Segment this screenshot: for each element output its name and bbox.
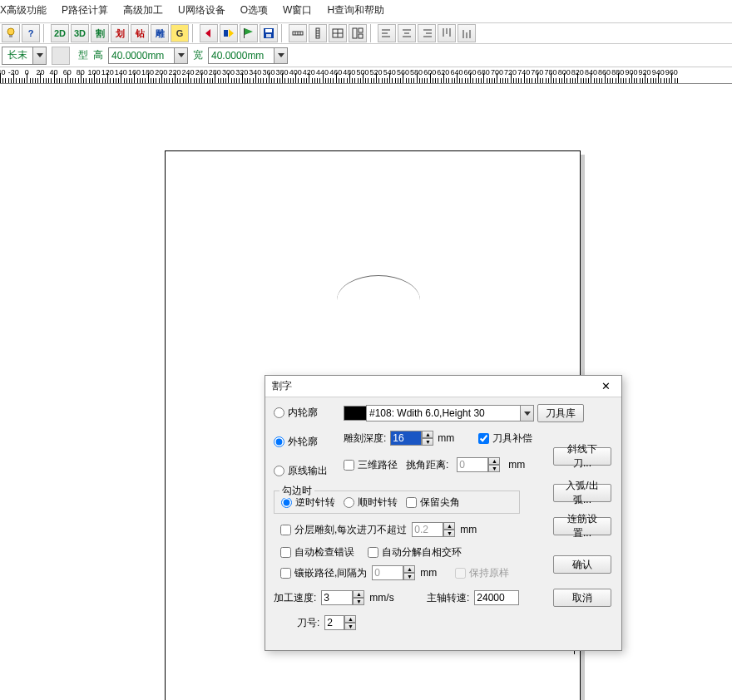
svg-rect-18 — [353, 28, 357, 38]
embed-path-checkbox[interactable]: 镶嵌路径,间隔为 — [280, 566, 367, 580]
spin-down-icon[interactable]: ▼ — [403, 573, 415, 580]
align-top-icon[interactable] — [438, 24, 456, 42]
measure1-icon[interactable] — [289, 24, 307, 42]
tool-library-button[interactable]: 刀具库 — [537, 404, 584, 422]
edge-group: 勾边时 逆时针转 顺时针转 保留尖角 — [274, 490, 520, 514]
spin-up-icon[interactable]: ▲ — [422, 431, 433, 438]
layer-unit: mm — [460, 524, 477, 535]
spin-down-icon[interactable]: ▼ — [344, 623, 356, 630]
speed-label: 加工速度: — [274, 591, 316, 605]
auto-check-errors-checkbox[interactable]: 自动检查错误 — [280, 545, 354, 560]
toolno-spinner[interactable]: ▲▼ — [324, 615, 356, 630]
marker-button[interactable]: G — [171, 24, 189, 42]
spin-up-icon[interactable]: ▲ — [443, 522, 455, 530]
embed-gap-input[interactable] — [372, 565, 403, 580]
width-input[interactable] — [208, 47, 274, 64]
radio-inner-contour[interactable]: 内轮廓 — [274, 406, 328, 420]
radio-outer-contour[interactable]: 外轮廓 — [274, 435, 328, 449]
close-icon[interactable]: ✕ — [596, 378, 615, 395]
menu-adv-machining[interactable]: 高级加工 — [123, 3, 163, 17]
speed-spinner[interactable]: ▲▼ — [321, 590, 364, 605]
svg-rect-1 — [9, 35, 12, 37]
depth-label: 雕刻深度: — [344, 431, 386, 446]
dialog-titlebar[interactable]: 割字 ✕ — [265, 376, 621, 397]
path3d-checkbox[interactable]: 三维路径 — [344, 458, 398, 472]
chevron-down-icon[interactable] — [175, 47, 188, 64]
spin-down-icon[interactable]: ▼ — [353, 598, 364, 605]
arrow-left-icon[interactable] — [200, 24, 218, 42]
measure2-icon[interactable] — [309, 24, 327, 42]
menu-network[interactable]: U网络设备 — [178, 3, 225, 17]
align-center-icon[interactable] — [398, 24, 416, 42]
corner-dist-spinner[interactable]: ▲▼ — [457, 457, 500, 472]
table-icon[interactable] — [329, 24, 347, 42]
tool-swatch — [344, 406, 367, 421]
bore-button[interactable]: 划 — [111, 24, 129, 42]
play-icon[interactable] — [220, 24, 238, 42]
spin-up-icon[interactable]: ▲ — [403, 565, 415, 573]
height-label: 高 — [93, 48, 103, 62]
layout-icon[interactable] — [349, 24, 367, 42]
spin-down-icon[interactable]: ▼ — [488, 465, 500, 472]
align-dropdown-value: 长末 — [2, 48, 32, 62]
toolno-input[interactable] — [324, 615, 344, 630]
auto-split-checkbox[interactable]: 自动分解自相交环 — [368, 545, 462, 560]
spindle-input[interactable] — [474, 590, 519, 605]
embed-gap-spinner[interactable]: ▲▼ — [372, 565, 415, 580]
router-button[interactable]: 钻 — [131, 24, 149, 42]
bulb-icon[interactable] — [2, 24, 20, 42]
ok-button[interactable]: 确认 — [553, 555, 611, 574]
menu-advanced[interactable]: X高级功能 — [0, 3, 47, 17]
arc-in-out-button[interactable]: 入弧/出弧... — [553, 484, 611, 502]
tab-settings-button[interactable]: 连筋设置... — [553, 517, 611, 535]
depth-spinner[interactable]: ▲▼ — [390, 431, 433, 446]
spin-up-icon[interactable]: ▲ — [344, 615, 356, 623]
align-right-icon[interactable] — [418, 24, 436, 42]
align-dropdown[interactable]: 长末 — [2, 47, 47, 65]
edge-group-title: 勾边时 — [279, 484, 314, 498]
help-icon[interactable]: ? — [22, 24, 40, 42]
carve-button[interactable]: 雕 — [151, 24, 169, 42]
cut-text-dialog: 割字 ✕ 内轮廓 外轮廓 原线输出 #108: Wdith 6.0,Height… — [265, 375, 622, 651]
spin-up-icon[interactable]: ▲ — [488, 457, 500, 465]
keep-original-checkbox: 保持原样 — [455, 566, 509, 580]
layer-depth-input[interactable] — [412, 522, 443, 537]
align-left-icon[interactable] — [378, 24, 396, 42]
menu-window[interactable]: W窗口 — [283, 3, 312, 17]
height-input[interactable] — [108, 47, 175, 64]
height-input-wrap — [108, 47, 188, 65]
spin-down-icon[interactable]: ▼ — [422, 438, 433, 446]
mode-3d-button[interactable]: 3D — [71, 24, 89, 42]
radio-original-output[interactable]: 原线输出 — [274, 464, 328, 478]
corner-dist-input[interactable] — [457, 457, 488, 472]
chevron-down-icon[interactable] — [274, 47, 288, 64]
align-bottom-icon[interactable] — [458, 24, 476, 42]
menu-options[interactable]: O选项 — [240, 3, 268, 17]
workspace[interactable]: 割字 ✕ 内轮廓 外轮廓 原线输出 #108: Wdith 6.0,Height… — [0, 84, 732, 700]
menu-path-calc[interactable]: P路径计算 — [62, 3, 108, 17]
mode-2d-button[interactable]: 2D — [51, 24, 69, 42]
spin-down-icon[interactable]: ▼ — [443, 530, 455, 537]
flag-icon[interactable] — [240, 24, 258, 42]
svg-rect-6 — [266, 34, 271, 37]
radio-cw[interactable]: 顺时针转 — [344, 495, 398, 510]
keep-sharp-checkbox[interactable]: 保留尖角 — [406, 495, 460, 510]
cut-button[interactable]: 割 — [91, 24, 109, 42]
corner-dist-unit: mm — [508, 459, 525, 471]
speed-input[interactable] — [321, 590, 353, 605]
save-icon[interactable] — [260, 24, 278, 42]
depth-input[interactable] — [390, 431, 422, 446]
width-input-wrap — [208, 47, 288, 65]
tool-selected-value[interactable]: #108: Wdith 6.0,Height 30 — [366, 405, 521, 421]
disabled-slot — [52, 47, 70, 65]
layer-carve-checkbox[interactable]: 分层雕刻,每次进刀不超过 — [280, 523, 407, 537]
tool-compensation-checkbox[interactable]: 刀具补偿 — [478, 431, 532, 446]
svg-rect-5 — [265, 29, 272, 32]
menu-help[interactable]: H查询和帮助 — [327, 3, 384, 17]
chevron-down-icon[interactable] — [32, 47, 46, 64]
chevron-down-icon[interactable] — [521, 405, 534, 421]
spin-up-icon[interactable]: ▲ — [353, 590, 364, 598]
cancel-button[interactable]: 取消 — [553, 589, 611, 607]
lead-in-button[interactable]: 斜线下刀... — [553, 447, 611, 466]
layer-depth-spinner[interactable]: ▲▼ — [412, 522, 455, 537]
